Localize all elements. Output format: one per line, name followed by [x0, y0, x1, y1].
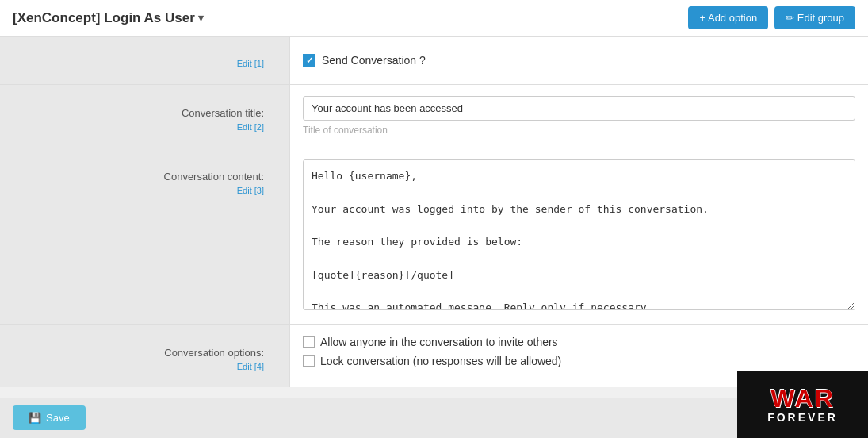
edit-group-button[interactable]: ✏ Edit group — [774, 6, 855, 29]
conv-title-edit-area: Conversation title: Edit [2] — [0, 96, 277, 140]
watermark-forever: FOREVER — [767, 411, 838, 424]
page-wrapper: [XenConcept] Login As User ▾ + Add optio… — [0, 0, 868, 438]
add-option-button[interactable]: + Add option — [688, 6, 768, 29]
edit-3-link[interactable]: Edit [3] — [237, 186, 264, 195]
send-conversation-row: Edit [1] ✓ Send Conversation ? — [0, 36, 868, 85]
header: [XenConcept] Login As User ▾ + Add optio… — [0, 0, 868, 36]
body-area: Edit [1] ✓ Send Conversation ? Conversat… — [0, 36, 868, 438]
save-disk-icon: 💾 — [29, 412, 41, 424]
footer: 💾 Save WAR FOREVER — [0, 398, 868, 438]
header-buttons: + Add option ✏ Edit group — [688, 6, 855, 29]
option1-label: Allow anyone in the conversation to invi… — [320, 336, 558, 348]
conv-content-field-col: Hello {username}, Your account was logge… — [289, 148, 868, 324]
option1-container: Allow anyone in the conversation to invi… — [303, 336, 855, 348]
page-title: [XenConcept] Login As User — [13, 10, 195, 26]
conversation-content-textarea[interactable]: Hello {username}, Your account was logge… — [303, 159, 855, 310]
send-conv-edit-area: Edit [1] — [0, 48, 277, 76]
send-conversation-label: Send Conversation ? — [322, 54, 426, 67]
conv-content-edit-area: Conversation content: Edit [3] — [0, 159, 277, 203]
conv-content-label-col: Conversation content: Edit [3] — [0, 148, 289, 324]
edit-4-link[interactable]: Edit [4] — [237, 362, 264, 371]
conv-title-hint: Title of conversation — [303, 125, 855, 136]
option1-checkbox[interactable] — [303, 336, 315, 348]
conv-content-label: Conversation content: — [164, 171, 264, 182]
conv-options-label-col: Conversation options: Edit [4] — [0, 325, 289, 387]
header-title: [XenConcept] Login As User ▾ — [13, 10, 204, 26]
scrollable-body: Edit [1] ✓ Send Conversation ? Conversat… — [0, 36, 868, 398]
save-label: Save — [46, 412, 70, 424]
option2-container: Lock conversation (no responses will be … — [303, 355, 855, 367]
option2-checkbox[interactable] — [303, 355, 315, 367]
send-conv-label-col: Edit [1] — [0, 36, 289, 84]
edit-2-link[interactable]: Edit [2] — [237, 122, 264, 132]
watermark-text: WAR FOREVER — [767, 386, 838, 424]
conv-title-field-col: Title of conversation — [289, 85, 868, 148]
send-conv-field-col: ✓ Send Conversation ? — [289, 36, 868, 84]
conv-title-label: Conversation title: — [182, 107, 264, 119]
conv-title-label-col: Conversation title: Edit [2] — [0, 85, 289, 148]
watermark-war: WAR — [767, 386, 838, 411]
watermark: WAR FOREVER — [737, 371, 868, 438]
conv-options-edit-area: Conversation options: Edit [4] — [0, 336, 277, 379]
edit-1-link[interactable]: Edit [1] — [237, 59, 264, 68]
conversation-title-row: Conversation title: Edit [2] Title of co… — [0, 85, 868, 148]
option2-label: Lock conversation (no responses will be … — [320, 355, 561, 367]
dropdown-arrow-icon[interactable]: ▾ — [198, 12, 204, 24]
options-field: Allow anyone in the conversation to invi… — [303, 336, 855, 367]
save-button[interactable]: 💾 Save — [13, 405, 86, 430]
conversation-content-row: Conversation content: Edit [3] Hello {us… — [0, 148, 868, 325]
checkmark-icon: ✓ — [306, 56, 313, 65]
conversation-title-input[interactable] — [303, 96, 855, 121]
send-conversation-checkbox[interactable]: ✓ — [303, 54, 315, 67]
conv-options-label: Conversation options: — [164, 347, 264, 359]
